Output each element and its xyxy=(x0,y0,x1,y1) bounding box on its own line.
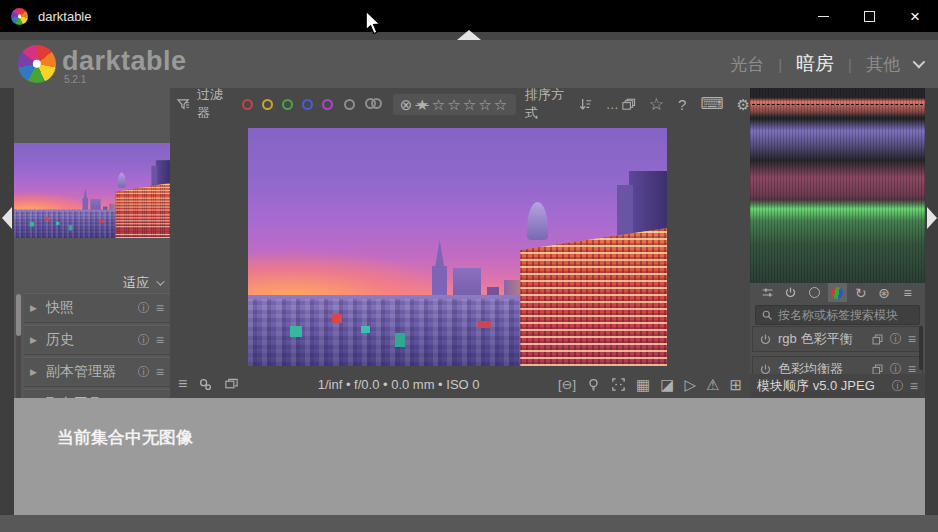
multi-instance-icon[interactable] xyxy=(871,333,884,346)
view-tabs: 光台 | 暗房 | 其他 xyxy=(730,40,900,88)
power-icon[interactable] xyxy=(759,333,772,346)
maximize-button[interactable] xyxy=(846,0,892,32)
color-label-multi-icon[interactable] xyxy=(365,98,383,110)
guides-overlays-icon[interactable] xyxy=(198,377,213,392)
gamut-check-icon[interactable]: ⚠ xyxy=(706,377,719,392)
module-order-version: v5.0 JPEG xyxy=(813,378,875,393)
module-order-row[interactable]: 模块顺序 v5.0 JPEG ⓘ ≡ xyxy=(750,374,925,398)
left-edge-strip xyxy=(0,88,14,515)
sort-order-icon[interactable] xyxy=(578,97,593,112)
raw-overexposure-icon[interactable]: ◪ xyxy=(660,377,674,392)
keyboard-shortcuts-icon[interactable]: ⌨ xyxy=(700,96,723,112)
center-area: 过滤器 ⊗ ★ ☆☆☆☆☆ 排序方式 … ☆ ? ⌨ ⚙ xyxy=(170,88,750,398)
presets-menu-icon[interactable]: ≡ xyxy=(156,300,164,316)
left-panel-scrollbar[interactable] xyxy=(16,294,21,398)
right-edge-strip xyxy=(925,88,938,515)
expander-icon[interactable]: ▶ xyxy=(30,303,37,313)
section-label: 历史 xyxy=(46,331,138,349)
search-icon xyxy=(761,309,773,321)
app-icon xyxy=(11,8,28,25)
softproof-icon[interactable]: ▷ xyxy=(684,377,696,392)
right-panel-scrollbar[interactable] xyxy=(919,326,923,370)
minimize-button[interactable] xyxy=(800,0,846,32)
filter-label[interactable]: 过滤器 xyxy=(197,86,230,122)
tab-separator: | xyxy=(848,56,852,73)
section-duplicate-manager[interactable]: ▶ 副本管理器 ⓘ ≡ xyxy=(24,357,170,387)
color-label-red[interactable] xyxy=(242,99,253,110)
color-label-yellow[interactable] xyxy=(262,99,273,110)
tab-darkroom[interactable]: 暗房 xyxy=(796,51,834,77)
presets-menu-icon[interactable]: ≡ xyxy=(908,331,916,347)
module-search-input[interactable] xyxy=(778,308,914,322)
module-search[interactable] xyxy=(755,305,920,325)
culling-dots-icon[interactable]: … xyxy=(606,98,619,111)
tab-other[interactable]: 其他 xyxy=(866,53,900,76)
bottom-panel-strip xyxy=(0,515,938,532)
module-groups: ↻ ⊛ ≡ xyxy=(750,283,925,302)
collapse-left-panel-button[interactable] xyxy=(2,207,12,229)
section-color-picker[interactable]: ▶ 取色工具 ⓘ ≡ xyxy=(24,389,170,398)
module-color-balance-rgb[interactable]: rgb 色彩平衡 ⓘ ≡ xyxy=(752,326,923,352)
info-icon[interactable]: ⓘ xyxy=(138,332,150,349)
quick-access-icon[interactable] xyxy=(758,283,777,302)
reset-info-icon[interactable]: ⓘ xyxy=(890,331,902,348)
tab-lighttable[interactable]: 光台 xyxy=(730,53,764,76)
info-icon[interactable]: ⓘ xyxy=(892,378,904,395)
cityscape-photo xyxy=(248,128,667,366)
color-label-blue[interactable] xyxy=(302,99,313,110)
nav-thumbnail[interactable] xyxy=(14,143,170,238)
color-label-purple[interactable] xyxy=(322,99,333,110)
expander-icon[interactable]: ▶ xyxy=(30,367,37,377)
info-icon[interactable]: ⓘ xyxy=(138,300,150,317)
waveform-scope[interactable] xyxy=(750,88,925,283)
focus-peaking-icon[interactable]: [⊖] xyxy=(558,378,576,391)
presets-menu-icon[interactable]: ≡ xyxy=(156,332,164,348)
presets-menu-icon[interactable]: ≡ xyxy=(156,364,164,380)
rating-filter[interactable]: ⊗ ★ ☆☆☆☆☆ xyxy=(393,94,516,115)
culling-stack-icon[interactable] xyxy=(621,97,636,112)
one-star-icon[interactable]: ★ xyxy=(415,97,428,112)
filmstrip-overlay: 当前集合中无图像 xyxy=(14,398,925,515)
groups-menu-icon[interactable]: ≡ xyxy=(898,283,917,302)
zoom-mode-dropdown[interactable]: 适应 xyxy=(123,274,162,292)
thumbnail-cityscape xyxy=(14,143,170,238)
favorites-star-icon[interactable]: ☆ xyxy=(649,96,664,113)
reject-icon[interactable]: ⊗ xyxy=(400,97,413,112)
hamburger-menu-icon[interactable]: ≡ xyxy=(178,376,187,392)
right-panel: ↻ ⊛ ≡ rgb 色彩平衡 ⓘ ≡ 色彩均衡器 ⓘ ≡ 模块顺序 v5.0 J… xyxy=(750,88,925,398)
section-history[interactable]: ▶ 历史 ⓘ ≡ xyxy=(24,325,170,355)
presets-menu-icon[interactable]: ≡ xyxy=(910,378,918,394)
help-icon[interactable]: ? xyxy=(678,97,686,112)
grid-overlay-icon[interactable]: ⊞ xyxy=(729,377,742,392)
section-snapshots[interactable]: ▶ 快照 ⓘ ≡ xyxy=(24,293,170,323)
tab-separator: | xyxy=(778,56,782,73)
color-label-gray[interactable] xyxy=(344,99,355,110)
scrollbar-thumb[interactable] xyxy=(16,294,21,336)
effects-group-icon[interactable]: ⊛ xyxy=(875,283,894,302)
gear-icon[interactable]: ⚙ xyxy=(737,97,750,112)
expander-icon[interactable]: ▶ xyxy=(30,335,37,345)
iso12646-bulb-icon[interactable] xyxy=(586,377,601,392)
expand-right-panel-button[interactable] xyxy=(927,207,937,229)
base-group-icon[interactable] xyxy=(805,283,824,302)
main-image[interactable] xyxy=(248,128,667,366)
zoom-mode-value: 适应 xyxy=(123,274,149,292)
header: darktable 5.2.1 光台 | 暗房 | 其他 xyxy=(0,40,938,88)
darktable-logo xyxy=(18,45,56,83)
sort-label[interactable]: 排序方式 xyxy=(525,86,569,122)
expand-top-panel-button[interactable] xyxy=(457,30,481,40)
active-modules-icon[interactable] xyxy=(781,283,800,302)
color-group-icon[interactable] xyxy=(828,283,847,302)
darkroom-bottom-toolbar: ≡ 1/inf • f/0.0 • 0.0 mm • ISO 0 [⊖] ▦ ◪… xyxy=(170,370,750,398)
correction-group-icon[interactable]: ↻ xyxy=(851,283,870,302)
rating-stars[interactable]: ☆☆☆☆☆ xyxy=(432,97,509,112)
overexposure-icon[interactable]: ▦ xyxy=(636,377,650,392)
color-label-green[interactable] xyxy=(282,99,293,110)
info-icon[interactable]: ⓘ xyxy=(138,364,150,381)
close-button[interactable]: × xyxy=(892,0,938,32)
filter-funnel-icon[interactable] xyxy=(176,97,191,112)
fit-expand-icon[interactable] xyxy=(611,377,626,392)
second-window-icon[interactable] xyxy=(224,377,239,392)
chevron-down-icon[interactable] xyxy=(913,56,926,69)
module-order-label: 模块顺序 xyxy=(757,378,809,393)
